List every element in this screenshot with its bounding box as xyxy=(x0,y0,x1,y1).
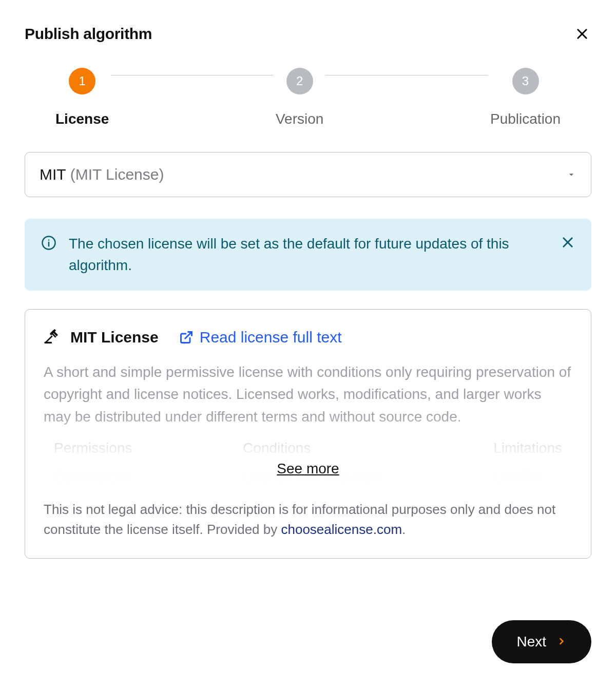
caret-down-icon xyxy=(566,166,576,183)
conditions-header: Conditions xyxy=(243,440,382,456)
license-select-wrapper: MIT (MIT License) xyxy=(25,152,591,197)
license-body: A short and simple permissive license wi… xyxy=(44,361,572,485)
license-disclaimer: This is not legal advice: this descripti… xyxy=(44,500,572,540)
read-full-text-label: Read license full text xyxy=(200,329,342,346)
gavel-icon xyxy=(44,328,60,347)
disclaimer-suffix: . xyxy=(402,522,406,537)
close-button[interactable] xyxy=(573,25,591,43)
limitations-column: Limitations Liability xyxy=(493,440,562,485)
info-icon xyxy=(41,235,56,253)
svg-line-9 xyxy=(185,332,191,339)
next-button[interactable]: Next xyxy=(492,620,591,663)
alert-close-button[interactable] xyxy=(561,235,575,251)
permissions-item: Commercial xyxy=(54,469,132,485)
step-label: Publication xyxy=(490,111,561,127)
license-select-sub: (MIT License) xyxy=(70,166,164,183)
chevron-right-icon xyxy=(556,634,567,650)
publish-algorithm-modal: Publish algorithm 1 License 2 Version 3 … xyxy=(0,0,616,688)
license-select[interactable]: MIT (MIT License) xyxy=(25,152,591,197)
license-description: A short and simple permissive license wi… xyxy=(44,361,572,428)
step-publication[interactable]: 3 Publication xyxy=(490,68,561,127)
see-more-button[interactable]: See more xyxy=(277,461,339,477)
svg-rect-8 xyxy=(44,342,52,343)
step-license[interactable]: 1 License xyxy=(55,68,109,127)
limitations-header: Limitations xyxy=(493,440,562,456)
modal-title: Publish algorithm xyxy=(25,25,152,43)
alert-text: The chosen license will be set as the de… xyxy=(69,233,548,276)
step-version[interactable]: 2 Version xyxy=(276,68,323,127)
step-number: 1 xyxy=(69,68,95,94)
svg-point-4 xyxy=(48,239,50,241)
step-label: License xyxy=(55,111,109,127)
license-name: MIT License xyxy=(70,329,159,346)
limitations-item: Liability xyxy=(493,469,562,485)
modal-footer: Next xyxy=(25,600,591,663)
stepper: 1 License 2 Version 3 Publication xyxy=(25,68,591,127)
next-button-label: Next xyxy=(516,634,546,650)
step-label: Version xyxy=(276,111,323,127)
default-license-alert: The chosen license will be set as the de… xyxy=(25,219,591,291)
choosealicense-link[interactable]: choosealicense.com xyxy=(281,522,402,537)
close-icon xyxy=(575,27,589,41)
step-connector xyxy=(111,75,274,75)
license-select-main: MIT xyxy=(40,166,66,183)
step-number: 2 xyxy=(286,68,313,94)
permissions-header: Permissions xyxy=(54,440,132,456)
license-select-value: MIT (MIT License) xyxy=(40,166,164,183)
close-icon xyxy=(561,235,575,250)
read-full-text-link[interactable]: Read license full text xyxy=(179,329,342,346)
permissions-column: Permissions Commercial xyxy=(54,440,132,485)
external-link-icon xyxy=(179,330,194,345)
license-details-card: MIT License Read license full text A sho… xyxy=(25,309,591,559)
step-connector xyxy=(325,75,488,75)
step-number: 3 xyxy=(512,68,539,94)
modal-header: Publish algorithm xyxy=(25,25,591,43)
license-header: MIT License Read license full text xyxy=(44,328,572,347)
